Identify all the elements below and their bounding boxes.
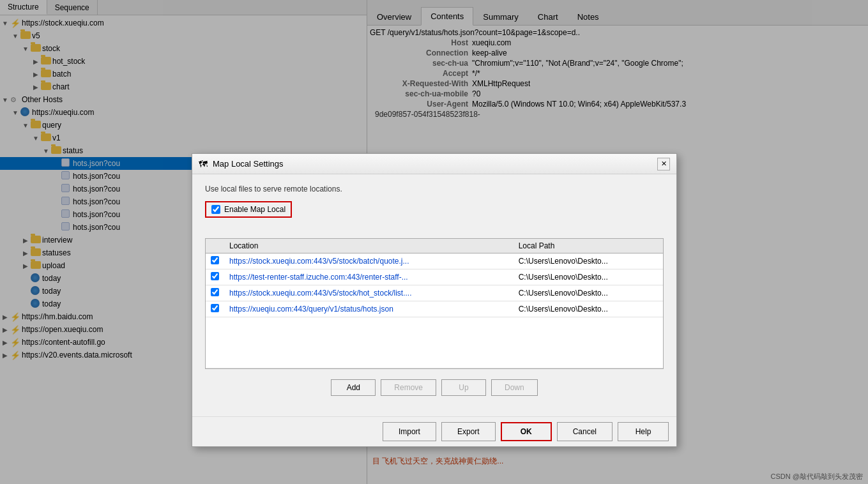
table-row[interactable]: https://xueqiu.com:443/query/v1/status/h… [206,301,663,317]
path-cell: C:\Users\Lenovo\Deskto... [519,289,646,298]
location-cell: https://stock.xueqiu.com:443/v5/stock/ba… [229,257,459,266]
path-cell: C:\Users\Lenovo\Deskto... [519,305,646,314]
help-button[interactable]: Help [618,422,669,441]
enable-map-local-checkbox[interactable] [211,205,220,214]
ok-button[interactable]: OK [501,422,552,441]
col-location: Location [224,239,514,253]
enable-map-local-label: Enable Map Local [224,205,286,214]
modal-overlay: 🗺 Map Local Settings ✕ Use local files t… [0,0,868,484]
table-row[interactable]: https://stock.xueqiu.com:443/v5/stock/ho… [206,285,663,301]
modal-titlebar: 🗺 Map Local Settings ✕ [192,154,676,174]
remove-button[interactable]: Remove [381,379,436,396]
modal-bottom-buttons: Import Export OK Cancel Help [192,416,676,446]
import-button[interactable]: Import [383,422,436,441]
table-row[interactable]: https://test-renter-staff.izuche.com:443… [206,269,663,285]
cancel-button[interactable]: Cancel [557,422,613,441]
up-button[interactable]: Up [441,379,486,396]
modal-dialog: 🗺 Map Local Settings ✕ Use local files t… [192,153,677,447]
modal-close-button[interactable]: ✕ [657,158,670,170]
row-checkbox-2[interactable] [211,288,219,296]
add-button[interactable]: Add [331,379,376,396]
map-table-container: Location Local Path https://stock.xueqiu… [205,238,664,369]
action-buttons: Add Remove Up Down [205,379,664,396]
col-path: Local Path [514,239,663,253]
location-cell: https://stock.xueqiu.com:443/v5/stock/ho… [229,289,459,298]
location-cell: https://xueqiu.com:443/query/v1/status/h… [229,305,459,314]
export-button[interactable]: Export [441,422,496,441]
path-cell: C:\Users\Lenovo\Deskto... [519,257,646,266]
modal-body: Use local files to serve remote location… [192,174,676,416]
modal-title-icon: 🗺 [199,159,208,169]
modal-title-text: Map Local Settings [213,159,657,169]
row-checkbox-3[interactable] [211,304,219,312]
down-button[interactable]: Down [491,379,538,396]
row-checkbox-0[interactable] [211,256,219,264]
path-cell: C:\Users\Lenovo\Deskto... [519,273,646,282]
map-table: Location Local Path https://stock.xueqiu… [206,239,663,368]
modal-description: Use local files to serve remote location… [205,185,664,193]
enable-map-local-row[interactable]: Enable Map Local [205,201,292,218]
col-check [206,239,224,253]
row-checkbox-1[interactable] [211,272,219,280]
table-row[interactable]: https://stock.xueqiu.com:443/v5/stock/ba… [206,253,663,269]
location-cell: https://test-renter-staff.izuche.com:443… [229,273,459,282]
